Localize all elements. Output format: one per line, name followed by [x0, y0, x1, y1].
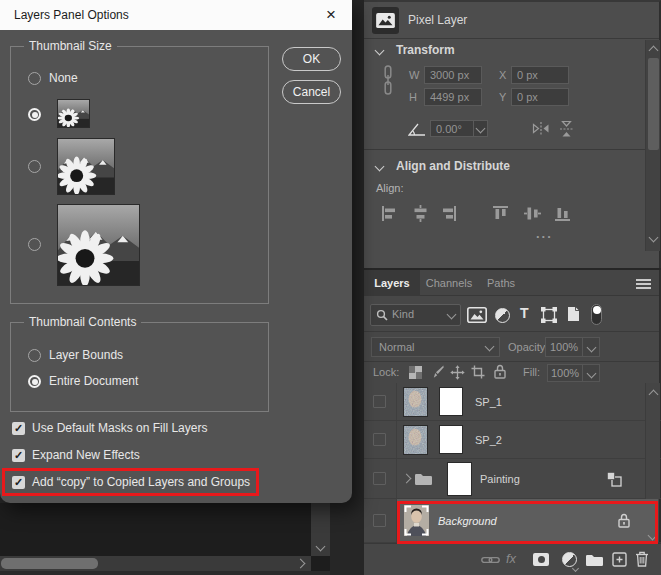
- dialog-title-bar[interactable]: Layers Panel Options ×: [0, 0, 352, 30]
- opacity-dropdown[interactable]: [582, 338, 599, 356]
- visibility-toggle[interactable]: [373, 395, 386, 408]
- entire-document-radio[interactable]: [28, 375, 41, 388]
- align-collapse-icon[interactable]: [375, 162, 385, 172]
- visibility-toggle[interactable]: [373, 433, 386, 446]
- layer-row-sp1[interactable]: SP_1: [364, 383, 661, 421]
- layer-thumbnail[interactable]: [403, 425, 428, 455]
- add-copy-checkbox[interactable]: ✓: [12, 476, 25, 489]
- align-vertical-centers-icon[interactable]: [524, 205, 541, 222]
- scroll-up-icon[interactable]: [649, 46, 659, 56]
- filter-adjustment-layers-icon[interactable]: [495, 308, 510, 323]
- scroll-up-icon[interactable]: [649, 390, 659, 400]
- use-default-masks-label[interactable]: Use Default Masks on Fill Layers: [32, 421, 207, 435]
- layer-mask-thumbnail[interactable]: [439, 387, 463, 416]
- lock-position-move-icon[interactable]: [450, 365, 465, 380]
- layer-row-background[interactable]: Background: [364, 499, 661, 543]
- delete-layer-trash-icon[interactable]: [635, 551, 649, 567]
- angle-field[interactable]: 0.00°: [430, 120, 474, 137]
- filter-toggle-switch[interactable]: [591, 304, 602, 325]
- filter-pixel-layers-icon[interactable]: [467, 307, 487, 323]
- properties-scrollbar-thumb[interactable]: [648, 58, 659, 150]
- new-group-folder-icon[interactable]: [585, 553, 604, 567]
- add-copy-label[interactable]: Add “copy” to Copied Layers and Groups: [32, 475, 250, 489]
- link-layers-icon[interactable]: [481, 555, 500, 565]
- lock-transparency-icon[interactable]: [409, 366, 422, 379]
- flip-horizontal-icon[interactable]: [531, 121, 551, 136]
- align-top-edges-icon[interactable]: [492, 205, 509, 222]
- x-field[interactable]: 0 px: [511, 66, 569, 84]
- layer-name[interactable]: SP_1: [475, 396, 502, 408]
- scroll-down-icon[interactable]: [649, 233, 659, 243]
- fill-value-box[interactable]: 100%: [547, 364, 600, 382]
- filter-smart-objects-icon[interactable]: [567, 306, 580, 322]
- thumbnail-size-none-label[interactable]: None: [49, 71, 78, 85]
- height-field[interactable]: 4499 px: [424, 88, 482, 106]
- filter-shape-layers-icon[interactable]: [541, 307, 557, 323]
- angle-dropdown[interactable]: [473, 120, 488, 137]
- canvas-horizontal-scrollbar[interactable]: [0, 556, 311, 571]
- layer-mask-thumbnail[interactable]: [439, 425, 463, 454]
- layer-name[interactable]: SP_2: [475, 434, 502, 446]
- panel-menu-icon[interactable]: [636, 279, 651, 291]
- close-icon[interactable]: ×: [316, 0, 346, 30]
- expand-new-effects-checkbox[interactable]: ✓: [12, 449, 25, 462]
- lock-label: Lock:: [373, 366, 399, 378]
- layer-bounds-radio[interactable]: [28, 349, 41, 362]
- align-bottom-edges-icon[interactable]: [554, 205, 571, 222]
- thumbnail-preview-large[interactable]: [58, 205, 139, 285]
- fill-dropdown[interactable]: [582, 365, 599, 381]
- canvas-vertical-scrollbar[interactable]: [311, 503, 330, 556]
- opacity-value-box[interactable]: 100%: [545, 337, 600, 357]
- layer-style-fx-icon[interactable]: fx: [506, 551, 516, 566]
- layer-name[interactable]: Background: [438, 515, 497, 527]
- width-field[interactable]: 3000 px: [424, 66, 482, 84]
- properties-scrollbar[interactable]: [645, 40, 660, 251]
- scroll-right-icon[interactable]: [296, 559, 306, 569]
- thumbnail-size-large-radio[interactable]: [28, 238, 41, 251]
- tab-paths[interactable]: Paths: [478, 270, 524, 296]
- add-layer-mask-icon[interactable]: [533, 553, 549, 566]
- layer-bounds-label[interactable]: Layer Bounds: [49, 348, 123, 362]
- layer-row-painting[interactable]: Painting: [364, 459, 661, 499]
- layer-row-sp2[interactable]: SP_2: [364, 421, 661, 459]
- flip-vertical-icon[interactable]: [559, 119, 574, 139]
- align-right-edges-icon[interactable]: [440, 205, 457, 222]
- horizontal-scrollbar-thumb[interactable]: [1, 558, 98, 569]
- thumbnail-size-none-radio[interactable]: [28, 72, 41, 85]
- tab-layers[interactable]: Layers: [364, 270, 420, 296]
- group-expander-icon[interactable]: [402, 474, 412, 484]
- scroll-down-icon[interactable]: [316, 542, 326, 552]
- thumbnail-size-medium-radio[interactable]: [28, 160, 41, 173]
- layer-name[interactable]: Painting: [480, 473, 520, 485]
- new-layer-icon[interactable]: [612, 552, 627, 567]
- lock-all-icon[interactable]: [494, 364, 506, 379]
- align-more-options[interactable]: ...: [536, 226, 553, 241]
- lock-artboard-icon[interactable]: [471, 365, 485, 379]
- visibility-toggle[interactable]: [373, 472, 386, 485]
- link-dimensions-icon[interactable]: [383, 65, 393, 95]
- layers-scrollbar[interactable]: [645, 383, 660, 499]
- background-layer-thumbnail[interactable]: [404, 505, 429, 536]
- thumbnail-preview-medium[interactable]: [58, 139, 114, 194]
- align-left-edges-icon[interactable]: [381, 205, 398, 222]
- y-field[interactable]: 0 px: [511, 88, 569, 106]
- lock-pixels-brush-icon[interactable]: [430, 365, 444, 379]
- group-thumbnail[interactable]: [447, 462, 472, 496]
- expand-new-effects-label[interactable]: Expand New Effects: [32, 448, 140, 462]
- ok-button[interactable]: OK: [282, 47, 341, 71]
- overlapping-squares-badge-icon[interactable]: [606, 471, 622, 487]
- tab-channels[interactable]: Channels: [420, 270, 478, 296]
- use-default-masks-checkbox[interactable]: ✓: [12, 422, 25, 435]
- entire-document-label[interactable]: Entire Document: [49, 374, 138, 388]
- layer-thumbnail[interactable]: [403, 387, 428, 417]
- lock-icon[interactable]: [618, 513, 630, 528]
- visibility-toggle[interactable]: [373, 514, 386, 527]
- filter-kind-dropdown[interactable]: Kind: [370, 304, 461, 326]
- transform-collapse-icon[interactable]: [375, 46, 385, 56]
- cancel-button[interactable]: Cancel: [282, 80, 341, 104]
- filter-type-layers-icon[interactable]: T: [520, 305, 529, 321]
- align-horizontal-centers-icon[interactable]: [412, 205, 429, 222]
- thumbnail-size-small-radio[interactable]: [28, 108, 41, 121]
- thumbnail-preview-small[interactable]: [58, 100, 89, 127]
- blend-mode-dropdown[interactable]: Normal: [371, 337, 500, 357]
